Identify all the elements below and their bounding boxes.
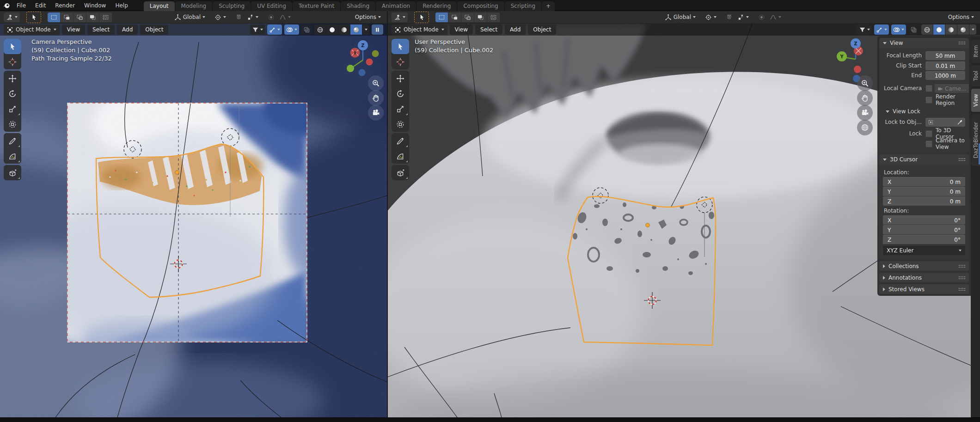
tab-modeling[interactable]: Modeling (175, 1, 213, 11)
tool-transform[interactable] (392, 116, 409, 132)
menu-add[interactable]: Add (117, 24, 138, 35)
add-workspace-button[interactable]: + (542, 1, 555, 11)
cursor-rotation-z[interactable]: Z 0° (883, 235, 965, 244)
pivot-point-dropdown[interactable] (703, 12, 719, 22)
drag-handle-icon[interactable] (958, 287, 965, 291)
drag-handle-icon[interactable] (958, 41, 965, 45)
panel-collections[interactable]: Collections (879, 261, 969, 271)
tool-move[interactable] (4, 71, 21, 86)
proportional-editing-toggle[interactable] (265, 12, 277, 22)
editor-type-button[interactable] (4, 12, 20, 22)
pan-button[interactable] (857, 90, 873, 106)
select-mode-subtract[interactable] (461, 12, 474, 22)
tab-rendering[interactable]: Rendering (416, 1, 457, 11)
transform-orientation-dropdown[interactable]: Global (662, 12, 698, 22)
menu-view[interactable]: View (450, 24, 473, 35)
clip-start-field[interactable]: 0.01 m (925, 61, 965, 70)
mode-dropdown[interactable]: Object Mode (4, 24, 60, 35)
show-gizmo-toggle[interactable] (874, 24, 889, 35)
drag-handle-icon[interactable] (958, 264, 965, 268)
view-lock-subpanel-header[interactable]: View Lock (886, 107, 965, 116)
zoom-button[interactable] (368, 75, 384, 91)
shading-rendered[interactable] (957, 24, 969, 35)
tool-transform[interactable] (4, 116, 21, 132)
cursor-rotation-x[interactable]: X 0° (883, 215, 965, 225)
tab-sculpting[interactable]: Sculpting (213, 1, 251, 11)
menu-edit[interactable]: Edit (31, 0, 50, 11)
tool-annotate[interactable] (392, 133, 409, 148)
viewport-canvas-left[interactable] (0, 24, 387, 417)
pan-button[interactable] (368, 90, 384, 106)
show-overlays-toggle[interactable] (891, 24, 906, 35)
sidebar-tab-view[interactable]: View (971, 89, 980, 112)
snap-target-dropdown[interactable] (735, 12, 751, 22)
tab-uv-editing[interactable]: UV Editing (251, 1, 292, 11)
tool-move[interactable] (392, 71, 409, 86)
tab-compositing[interactable]: Compositing (457, 1, 504, 11)
show-overlays-toggle[interactable] (284, 24, 299, 35)
cursor-location-x[interactable]: X 0 m (883, 177, 965, 186)
tool-annotate[interactable] (4, 133, 21, 148)
camera-view-button[interactable] (857, 105, 873, 121)
panel-stored-views[interactable]: Stored Views (879, 284, 969, 294)
xray-toggle[interactable] (908, 24, 919, 35)
snap-toggle[interactable] (233, 12, 245, 22)
tool-scale[interactable] (4, 101, 21, 116)
select-mode-intersect[interactable] (99, 12, 112, 22)
mode-dropdown[interactable]: Object Mode (392, 24, 447, 35)
local-camera-checkbox[interactable] (925, 85, 932, 92)
pivot-point-dropdown[interactable] (212, 12, 228, 22)
sidebar-tab-item[interactable]: Item (971, 40, 980, 63)
select-mode-extend[interactable] (448, 12, 461, 22)
tool-rotate[interactable] (392, 86, 409, 101)
snap-toggle[interactable] (723, 12, 735, 22)
tool-select-box[interactable] (392, 39, 409, 54)
select-mode-invert[interactable] (86, 12, 99, 22)
zoom-button[interactable] (857, 75, 873, 91)
editor-type-button[interactable] (392, 12, 408, 22)
menu-file[interactable]: File (12, 0, 31, 11)
select-mode-intersect[interactable] (487, 12, 500, 22)
rotation-order-dropdown[interactable]: XYZ Euler (883, 246, 965, 255)
menu-view[interactable]: View (62, 24, 85, 35)
xray-toggle[interactable] (301, 24, 312, 35)
proportional-falloff-dropdown[interactable] (277, 12, 293, 22)
cursor-rotation-y[interactable]: Y 0° (883, 225, 965, 234)
select-mode-set[interactable] (48, 12, 60, 22)
select-mode-invert[interactable] (474, 12, 487, 22)
tool-measure[interactable] (392, 148, 409, 164)
panel-annotations[interactable]: Annotations (879, 273, 969, 282)
tool-cursor[interactable] (4, 54, 21, 69)
menu-select[interactable]: Select (87, 24, 115, 35)
menu-add[interactable]: Add (505, 24, 526, 35)
select-mode-extend[interactable] (61, 12, 73, 22)
select-mode-set[interactable] (435, 12, 448, 22)
tab-layout[interactable]: Layout (144, 1, 175, 11)
orthographic-toggle-button[interactable] (857, 120, 873, 135)
object-visibility-dropdown[interactable] (250, 24, 265, 35)
blender-logo-icon[interactable] (0, 0, 12, 11)
tab-shading[interactable]: Shading (341, 1, 375, 11)
local-camera-object-field[interactable]: Came… (935, 84, 969, 93)
clip-end-field[interactable]: 1000 m (925, 71, 965, 80)
menu-window[interactable]: Window (80, 0, 110, 11)
eyedropper-icon[interactable] (957, 119, 963, 125)
shading-wireframe[interactable] (314, 24, 326, 35)
cursor-location-y[interactable]: Y 0 m (883, 187, 965, 196)
shading-wireframe[interactable] (921, 24, 933, 35)
panel-3d-cursor-header[interactable]: 3D Cursor (879, 154, 969, 165)
drag-handle-icon[interactable] (958, 158, 965, 161)
drag-handle-icon[interactable] (958, 276, 965, 280)
shading-solid[interactable] (326, 24, 338, 35)
tool-cursor[interactable] (392, 54, 409, 69)
transform-orientation-dropdown[interactable]: Global (172, 12, 208, 22)
shading-material[interactable] (945, 24, 957, 35)
active-tool-select-box[interactable] (414, 12, 429, 23)
camera-to-view-checkbox[interactable] (925, 141, 932, 147)
menu-render[interactable]: Render (50, 0, 80, 11)
menu-object[interactable]: Object (528, 24, 556, 35)
options-dropdown[interactable]: Options (946, 12, 976, 22)
lock-to-3d-cursor-checkbox[interactable] (925, 130, 932, 137)
tool-select-box[interactable] (4, 39, 21, 54)
clear-icon[interactable] (968, 86, 969, 92)
